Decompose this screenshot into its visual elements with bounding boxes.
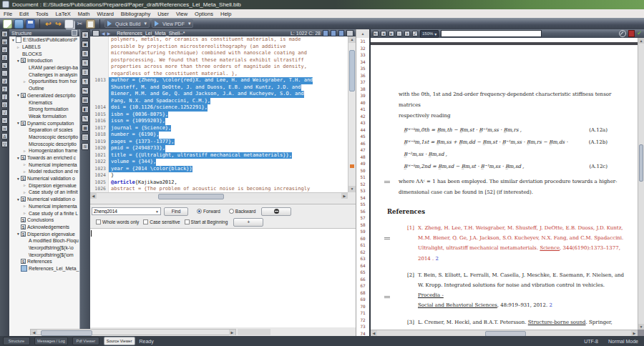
side-panel-icon[interactable]: Δ [1, 133, 8, 139]
symbol-strip-icon[interactable]: ◧ [82, 106, 89, 113]
close-pdf-icon[interactable] [628, 30, 635, 37]
pdf-vertical-scrollbar[interactable]: ▲ ▼ [638, 38, 644, 330]
side-panel-icon[interactable]: ≤ [1, 62, 8, 69]
view-pdf-button[interactable]: View PDF ▾ [152, 19, 194, 28]
open-file-icon[interactable] [14, 19, 24, 29]
structure-tree-item[interactable]: Numerical implementa [9, 161, 79, 168]
undo-icon[interactable]: ↩ [44, 20, 52, 28]
save-icon[interactable] [26, 19, 35, 29]
expander-icon[interactable] [22, 204, 27, 208]
side-panel-icon[interactable]: ≣ [1, 31, 8, 37]
menu-item[interactable]: View [172, 11, 191, 17]
menu-item[interactable]: File [0, 11, 16, 17]
structure-tree-item[interactable]: Dispersion eigenvalue [9, 182, 79, 189]
menu-item[interactable]: Math [74, 11, 94, 17]
structure-tree-item[interactable]: Introduction [9, 57, 79, 64]
combo-dropdown-icon[interactable]: ▼ [155, 209, 159, 214]
expander-icon[interactable] [16, 197, 21, 202]
scroll-left-icon[interactable]: ◀ [90, 193, 97, 199]
editor-line[interactable]: Biener, M.M. and Ge, Q. and Jackson, J.A… [90, 91, 348, 98]
cut-icon[interactable]: ✂ [76, 20, 84, 28]
editor-line[interactable]: postprocessing. We found that these mate… [90, 57, 348, 64]
structure-tree-item[interactable]: References_Lei_Meta_ [9, 265, 79, 272]
editor-line[interactable]: 1021 title = {{Ultralight, ultrastiff me… [90, 152, 348, 159]
side-panel-icon[interactable]: ⊞ [1, 39, 8, 45]
expander-icon[interactable] [22, 162, 27, 167]
structure-tree-item[interactable]: Numerical validation o [9, 175, 79, 182]
editor-line[interactable]: micromanufacturing technique) combined w… [90, 50, 348, 57]
line-wrap-icon[interactable] [346, 30, 353, 36]
scroll-left-icon[interactable]: ◀ [31, 330, 37, 335]
symbol-strip-icon[interactable]: ≋ [82, 143, 89, 150]
pdf-page-view[interactable]: with the 0th, 1st and 2nd-order frequenc… [371, 38, 638, 330]
bottom-panel-scrollbar[interactable]: ◀ ▶ [30, 329, 236, 335]
structure-tree-item[interactable]: \texorpdfstring{$(k-\o [9, 244, 79, 252]
expander-icon[interactable] [16, 177, 21, 181]
menu-item[interactable]: Tools [32, 11, 52, 17]
panel-detach-icon[interactable] [72, 30, 77, 36]
expander-icon[interactable] [16, 93, 21, 97]
expander-icon[interactable] [22, 79, 27, 84]
status-panel-toggle-button[interactable]: Messages / Log [34, 337, 68, 345]
symbol-strip-icon[interactable]: ▦ [82, 124, 89, 132]
editor-line[interactable]: regardless of the constituent material. … [90, 71, 348, 78]
structure-tree-item[interactable]: Opportunities from hor [9, 78, 79, 85]
expander-icon[interactable] [16, 232, 21, 236]
structure-tree-item[interactable]: Kinematics [9, 99, 79, 106]
structure-tree-item[interactable]: Weak formulation [9, 113, 79, 120]
next-page-icon[interactable]: ▸ [389, 31, 394, 36]
structure-tree-item[interactable]: Separation of scales [9, 127, 79, 134]
structure-tree-item[interactable]: Dispersion eigenvalue [9, 230, 79, 237]
close-find-button[interactable] [261, 207, 291, 216]
whole-words-checkbox[interactable] [96, 219, 101, 224]
symbol-strip-icon[interactable]: ¶ [82, 78, 89, 85]
side-panel-icon[interactable]: ∑ [1, 86, 8, 92]
structure-tree-item[interactable]: Strong formulation [9, 106, 79, 113]
editor-line[interactable]: 1016 issn = {10959203}, [90, 118, 348, 125]
scroll-right-icon[interactable]: ▶ [229, 330, 235, 335]
scroll-up-icon[interactable]: ▲ [638, 38, 644, 44]
messages-log-area[interactable] [90, 228, 356, 327]
structure-tree-item[interactable]: BLOCKS [9, 50, 79, 57]
quick-build-dropdown-icon[interactable]: ▾ [144, 21, 147, 26]
structure-tree-item[interactable]: Generalized descriptio [9, 92, 79, 99]
structure-tree-item[interactable]: Homogenization frame [9, 147, 79, 154]
structure-tree-item[interactable]: E:\Studies\Publications\P [9, 36, 79, 44]
scroll-right-icon[interactable]: ▶ [341, 193, 348, 199]
menu-item[interactable]: Help [217, 11, 235, 17]
scroll-down-icon[interactable]: ▼ [638, 324, 644, 330]
scroll-up-icon[interactable]: ▲ [348, 36, 356, 43]
fit-width-icon[interactable]: ⤢ [412, 31, 418, 36]
expand-replace-button[interactable]: + [233, 218, 263, 227]
editor-line[interactable]: 1025 @article{Kajikawa2012, [90, 179, 348, 187]
paste-icon[interactable] [86, 19, 95, 29]
editor-line[interactable]: possible by projection microstereolithog… [90, 44, 348, 51]
symbol-strip-icon[interactable]: ▣ [82, 41, 89, 48]
side-panel-icon[interactable]: ∫ [1, 94, 8, 100]
expander-icon[interactable] [22, 149, 27, 153]
status-panel-toggle-button[interactable]: Structure [3, 337, 30, 345]
symbol-strip-icon[interactable]: B [82, 50, 89, 57]
first-page-icon[interactable]: ⇤ [373, 31, 379, 36]
bookmark-1-icon[interactable] [323, 30, 328, 36]
expander-icon[interactable] [16, 121, 21, 125]
scrollbar-thumb[interactable] [41, 330, 92, 336]
backward-radio[interactable] [229, 209, 234, 214]
editor-line[interactable]: 1020 pmid = {24948733}, [90, 145, 348, 152]
editor-line[interactable]: 1023 year = {2014 \color{black}} [90, 166, 348, 173]
find-input-combo[interactable]: ▼ [92, 207, 161, 215]
symbol-strip-icon[interactable]: ✎ [82, 115, 89, 122]
structure-tree-item[interactable]: Microscopic descriptio [9, 140, 79, 147]
scroll-left-icon[interactable]: ◀ [371, 330, 377, 336]
scroll-down-icon[interactable]: ▼ [348, 186, 356, 192]
structure-tree-item[interactable]: Model reduction and re [9, 168, 79, 175]
editor-line[interactable]: 1024 } [90, 172, 348, 179]
symbol-strip-icon[interactable]: ⇆ [82, 87, 89, 94]
symbol-strip-icon[interactable]: ⊕ [82, 31, 89, 39]
stop-render-icon[interactable] [619, 30, 626, 37]
symbol-strip-icon[interactable]: fi [82, 59, 89, 66]
structure-tree-item[interactable]: Acknowledgements [9, 224, 79, 231]
structure-tree-item[interactable]: Numerical implementa [9, 203, 79, 210]
structure-tree-item[interactable]: Challenges in analysin [9, 71, 79, 78]
structure-tree-item[interactable]: \texorpdfstring{$(\om [9, 251, 79, 258]
